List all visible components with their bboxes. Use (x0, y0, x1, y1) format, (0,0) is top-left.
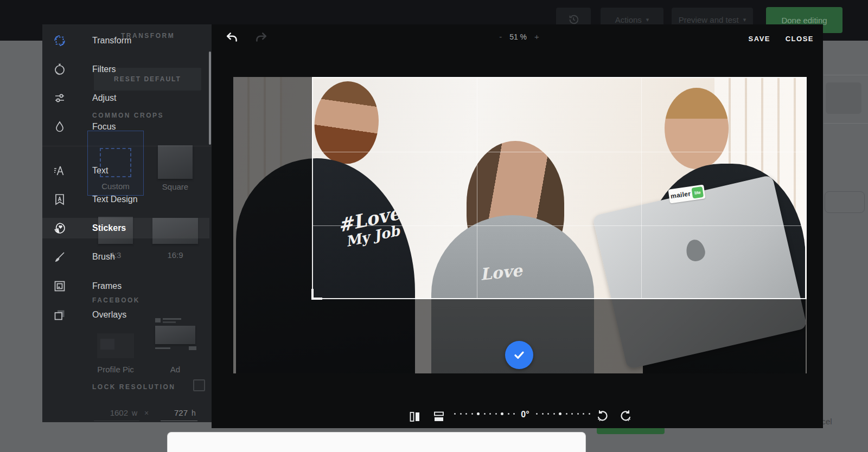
crop-dim-left (233, 77, 312, 373)
history-clock-icon (567, 14, 579, 25)
tool-label: Brush (92, 252, 115, 262)
checkmark-icon (512, 348, 526, 362)
tool-label: Filters (92, 64, 116, 74)
chevron-down-icon: ▾ (646, 16, 649, 23)
rotation-ruler-left[interactable] (454, 412, 515, 415)
crop-gridline-v1 (477, 78, 477, 298)
rotate-cw-icon (620, 410, 633, 423)
stickers-icon (53, 222, 66, 235)
flip-horizontal-button[interactable] (410, 411, 420, 425)
content-panel (167, 432, 586, 452)
tool-label: Stickers (92, 223, 126, 233)
actions-label: Actions (615, 15, 642, 24)
save-button[interactable]: SAVE (749, 34, 770, 43)
flip-vertical-button[interactable] (433, 411, 445, 425)
crop-handle-bottom-left[interactable] (311, 289, 322, 300)
page-divider (824, 123, 868, 124)
zoom-in-button[interactable]: + (534, 32, 539, 41)
tool-label: Text Design (92, 195, 138, 204)
editor-sidebar: TRANSFORM RESET DEFAULT COMMON CROPS Cus… (42, 24, 212, 422)
tool-adjust[interactable]: Adjust (42, 88, 209, 108)
crop-gridline-h1 (313, 152, 805, 152)
text-icon (53, 164, 66, 177)
redo-icon (254, 31, 268, 45)
frames-icon (53, 280, 66, 293)
rotate-cw-button[interactable] (620, 410, 633, 425)
redo-button[interactable] (254, 31, 268, 45)
rotate-ccw-button[interactable] (596, 410, 609, 425)
tool-filters[interactable]: Filters (42, 59, 209, 80)
tool-text[interactable]: Text (42, 160, 209, 181)
filters-icon (53, 63, 66, 76)
brush-icon (53, 250, 66, 263)
crop-gridline-h2 (313, 225, 805, 226)
tool-label: Transform (92, 36, 131, 46)
tool-label: Overlays (92, 310, 126, 320)
zoom-level: 51 % (509, 33, 527, 41)
editor-close-label: CLOSE (786, 35, 814, 43)
overlays-icon (53, 308, 66, 321)
tool-focus[interactable]: Focus (42, 117, 209, 137)
transform-icon (53, 34, 66, 47)
tool-brush[interactable]: Brush (42, 247, 209, 267)
rotate-ccw-icon (596, 410, 609, 423)
crop-gridline-v2 (641, 78, 642, 298)
rotation-ruler-right[interactable] (536, 412, 590, 415)
page-divider (824, 75, 868, 75)
preview-label: Preview and test (679, 15, 739, 24)
tool-stickers[interactable]: Stickers (42, 218, 209, 238)
zoom-out-button[interactable]: - (499, 32, 502, 41)
focus-icon (53, 120, 66, 133)
tool-frames[interactable]: Frames (42, 276, 209, 296)
crop-frame[interactable] (312, 77, 806, 299)
tool-overlays[interactable]: Overlays (42, 305, 209, 325)
adjust-icon (53, 92, 66, 105)
tool-transform[interactable]: Transform (42, 30, 209, 51)
undo-icon (225, 31, 239, 45)
drawer-divider (42, 146, 212, 146)
drawer-scrollbar[interactable] (209, 51, 211, 145)
tool-drawer: Transform Filters Adjust Focus Text (42, 24, 212, 422)
close-button[interactable]: CLOSE (786, 34, 814, 43)
flip-horizontal-icon (410, 411, 420, 423)
tool-label: Frames (92, 281, 122, 291)
transform-toolbar: 0° (212, 405, 823, 428)
editor-save-label: SAVE (749, 35, 770, 43)
rotation-value: 0° (515, 410, 535, 419)
page-block (826, 82, 861, 114)
flip-vertical-icon (433, 411, 445, 423)
tool-label: Adjust (92, 93, 116, 103)
chevron-down-icon: ▾ (743, 16, 746, 23)
crop-dim-bottom (312, 299, 807, 373)
text-design-icon (53, 193, 66, 206)
page-input-outline (825, 191, 865, 213)
zoom-controls: - 51 % + (489, 32, 549, 41)
undo-button[interactable] (225, 31, 239, 45)
photo-editor-modal: - 51 % + SAVE CLOSE mailer lite #Love My… (212, 24, 823, 428)
tool-label: Focus (92, 122, 116, 132)
tool-label: Text (92, 166, 108, 176)
confirm-crop-button[interactable] (505, 341, 533, 369)
tool-text-design[interactable]: Text Design (42, 189, 209, 210)
done-editing-label: Done editing (781, 16, 827, 25)
